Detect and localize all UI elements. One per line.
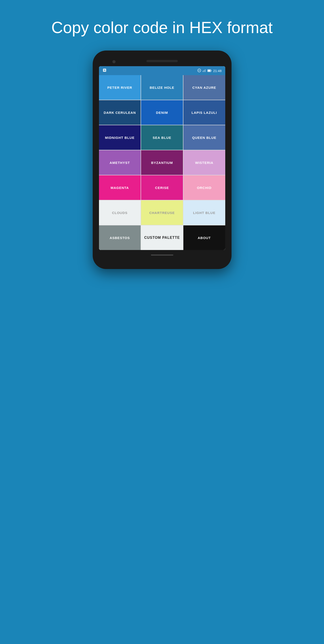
- app-notification-icon: N: [103, 68, 107, 73]
- battery-icon: [207, 69, 212, 73]
- color-cell[interactable]: PETER RIVER: [99, 75, 141, 100]
- color-cell[interactable]: LAPIS LAZULI: [183, 100, 225, 125]
- svg-rect-6: [205, 69, 206, 72]
- time-display: 21:48: [213, 69, 222, 73]
- signal-icon: [202, 69, 206, 73]
- color-cell[interactable]: ASBESTOS: [99, 226, 141, 250]
- color-cell[interactable]: AMETHYST: [99, 150, 141, 175]
- camera: [112, 60, 115, 63]
- phone-device: N: [93, 50, 232, 269]
- color-cell[interactable]: MIDNIGHT BLUE: [99, 125, 141, 150]
- color-cell[interactable]: WISTERIA: [183, 150, 225, 175]
- color-cell[interactable]: CHARTREUSE: [141, 200, 183, 225]
- phone-screen: N: [99, 66, 225, 250]
- status-left: N: [103, 68, 107, 73]
- phone-top: [99, 57, 225, 66]
- color-cell[interactable]: CERISE: [141, 175, 183, 200]
- color-cell[interactable]: CYAN AZURE: [183, 75, 225, 100]
- svg-rect-4: [203, 71, 203, 72]
- page-title: Copy color code in HEX format: [29, 0, 295, 50]
- svg-rect-8: [208, 70, 211, 72]
- color-cell[interactable]: DARK CERULEAN: [99, 100, 141, 125]
- color-cell[interactable]: DENIM: [141, 100, 183, 125]
- color-cell[interactable]: MAGENTA: [99, 175, 141, 200]
- color-cell[interactable]: LIGHT BLUE: [183, 200, 225, 225]
- color-cell[interactable]: CLOUDS: [99, 200, 141, 225]
- phone-bottom: [99, 250, 225, 258]
- svg-rect-5: [204, 70, 204, 72]
- status-right: 21:48: [198, 69, 222, 73]
- color-cell[interactable]: ORCHID: [183, 175, 225, 200]
- home-bar: [151, 254, 173, 256]
- color-cell[interactable]: CUSTOM PALETTE: [141, 226, 183, 250]
- svg-rect-9: [211, 70, 212, 71]
- svg-text:N: N: [104, 69, 105, 72]
- color-cell[interactable]: ABOUT: [183, 226, 225, 250]
- color-cell[interactable]: QUEEN BLUE: [183, 125, 225, 150]
- speaker: [146, 60, 178, 62]
- color-grid: PETER RIVERBELIZE HOLECYAN AZUREDARK CER…: [99, 75, 225, 250]
- status-bar: N: [99, 66, 225, 75]
- color-cell[interactable]: SEA BLUE: [141, 125, 183, 150]
- do-not-disturb-icon: [198, 69, 201, 73]
- color-cell[interactable]: BELIZE HOLE: [141, 75, 183, 100]
- color-cell[interactable]: BYZANTIUM: [141, 150, 183, 175]
